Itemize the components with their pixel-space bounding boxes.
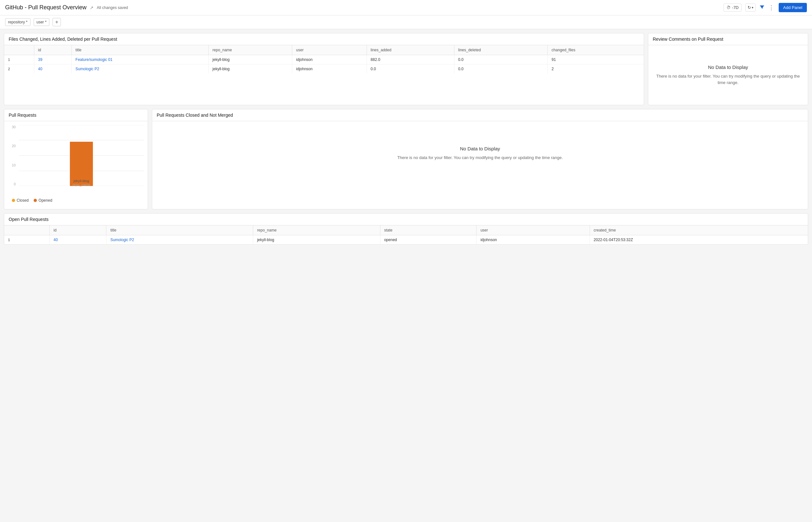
refresh-button[interactable]: ↻ ▾ [745, 3, 756, 12]
filter-bar: repository * user * + [0, 15, 812, 29]
legend-closed: Closed [12, 198, 28, 203]
share-icon[interactable]: ↗ [90, 5, 93, 10]
pr-chart-area: 30 20 10 0 [4, 121, 148, 209]
row-num: 1 [4, 235, 50, 245]
opr-col-repo: repo_name [253, 225, 380, 235]
files-changed-title: Files Changed, Lines Added, Deleted per … [9, 37, 117, 42]
pr-closed-title: Pull Requests Closed and Not Merged [157, 113, 233, 118]
pr-closed-no-data-title: No Data to Display [460, 146, 500, 151]
files-changed-panel: Files Changed, Lines Added, Deleted per … [4, 33, 644, 105]
add-panel-button[interactable]: Add Panel [779, 3, 807, 12]
cell-title: Sumologic P2 [71, 64, 209, 74]
refresh-chevron: ▾ [752, 6, 753, 9]
more-options-button[interactable]: ⋮ [768, 4, 775, 11]
table-header-row: id title repo_name user lines_added line… [4, 45, 644, 55]
pr-closed-no-data-text: There is no data for your filter. You ca… [397, 155, 563, 161]
id-link[interactable]: 39 [38, 57, 42, 62]
row-num: 1 [4, 55, 34, 64]
cell-lines-added: 882.0 [367, 55, 454, 64]
review-comments-title: Review Comments on Pull Request [653, 37, 723, 42]
row-num: 2 [4, 64, 34, 74]
open-pr-table: id title repo_name state user created_ti… [4, 225, 808, 244]
filter-button[interactable] [759, 4, 765, 11]
col-num [4, 45, 34, 55]
col-lines-added: lines_added [367, 45, 454, 55]
chart-legend: Closed Opened [8, 196, 144, 205]
middle-row: Pull Requests 30 20 10 0 [4, 109, 808, 209]
col-changed-files: changed_files [548, 45, 644, 55]
legend-opened-label: Opened [39, 198, 52, 203]
cell-changed-files: 91 [548, 55, 644, 64]
review-comments-no-data: No Data to Display There is no data for … [648, 45, 808, 105]
files-changed-table: id title repo_name user lines_added line… [4, 45, 644, 74]
pr-chart-header: Pull Requests [4, 109, 148, 121]
cell-title: Feature/sumologic 01 [71, 55, 209, 64]
table-row: 1 39 Feature/sumologic 01 jekyll-blog id… [4, 55, 644, 64]
cell-user: idjohnson [292, 64, 367, 74]
opr-col-num [4, 225, 50, 235]
time-range-selector[interactable]: ⏱ -7D [724, 3, 742, 12]
pr-chart-title: Pull Requests [9, 113, 36, 118]
chart-wrapper: 30 20 10 0 [8, 125, 144, 196]
y-label-20: 20 [8, 144, 16, 148]
cell-state: opened [380, 235, 477, 245]
x-label-container: jekyll-blog repo_name [19, 179, 144, 187]
opr-col-user: user [477, 225, 590, 235]
cell-lines-deleted: 0.0 [454, 55, 548, 64]
top-row: Files Changed, Lines Added, Deleted per … [4, 33, 808, 105]
plus-icon: + [55, 19, 58, 25]
user-filter[interactable]: user * [34, 18, 49, 26]
open-pr-title: Open Pull Requests [9, 217, 49, 222]
open-pr-body: id title repo_name state user created_ti… [4, 225, 808, 244]
y-label-30: 30 [8, 125, 16, 129]
cell-repo: jekyll-blog [253, 235, 380, 245]
id-link[interactable]: 40 [38, 67, 42, 71]
main-content: Files Changed, Lines Added, Deleted per … [0, 29, 812, 248]
cell-lines-deleted: 0.0 [454, 64, 548, 74]
pr-closed-no-data: No Data to Display There is no data for … [152, 121, 808, 185]
files-changed-body: id title repo_name user lines_added line… [4, 45, 644, 74]
cell-user: idjohnson [292, 55, 367, 64]
opr-col-id: id [50, 225, 106, 235]
col-repo: repo_name [209, 45, 292, 55]
review-no-data-title: No Data to Display [708, 64, 748, 70]
y-axis: 30 20 10 0 [8, 125, 17, 186]
add-filter-button[interactable]: + [53, 18, 61, 26]
cell-id: 39 [34, 55, 71, 64]
cell-user: idjohnson [477, 235, 590, 245]
repository-filter[interactable]: repository * [5, 18, 30, 26]
cell-repo: jekyll-blog [209, 55, 292, 64]
pr-closed-panel: Pull Requests Closed and Not Merged No D… [152, 109, 808, 209]
review-comments-panel: Review Comments on Pull Request No Data … [648, 33, 808, 105]
table-row: 2 40 Sumologic P2 jekyll-blog idjohnson … [4, 64, 644, 74]
open-pr-header: Open Pull Requests [4, 214, 808, 225]
cell-id: 40 [34, 64, 71, 74]
col-id: id [34, 45, 71, 55]
legend-opened: Opened [34, 198, 52, 203]
id-link[interactable]: 40 [54, 238, 58, 242]
opr-col-created: created_time [590, 225, 808, 235]
opr-col-state: state [380, 225, 477, 235]
cell-lines-added: 0.0 [367, 64, 454, 74]
opr-col-title: title [106, 225, 253, 235]
cell-changed-files: 2 [548, 64, 644, 74]
clock-icon: ⏱ [726, 5, 731, 10]
title-link[interactable]: Sumologic P2 [110, 238, 134, 242]
repository-filter-label: repository * [8, 20, 27, 24]
title-link[interactable]: Sumologic P2 [76, 67, 99, 71]
legend-closed-label: Closed [17, 198, 28, 203]
cell-title: Sumologic P2 [106, 235, 253, 245]
header-right: ⏱ -7D ↻ ▾ ⋮ Add Panel [724, 3, 807, 12]
table-row: 1 40 Sumologic P2 jekyll-blog opened idj… [4, 235, 808, 245]
title-link[interactable]: Feature/sumologic 01 [76, 57, 112, 62]
files-changed-header: Files Changed, Lines Added, Deleted per … [4, 33, 644, 45]
bar-chart-svg [19, 125, 144, 186]
col-title: title [71, 45, 209, 55]
open-pr-header-row: id title repo_name state user created_ti… [4, 225, 808, 235]
user-filter-label: user * [37, 20, 46, 24]
cell-repo: jekyll-blog [209, 64, 292, 74]
cell-id: 40 [50, 235, 106, 245]
time-range-value: -7D [732, 5, 738, 10]
x-key-label: repo_name [19, 183, 144, 187]
app-header: GitHub - Pull Request Overview ↗ All cha… [0, 0, 812, 15]
